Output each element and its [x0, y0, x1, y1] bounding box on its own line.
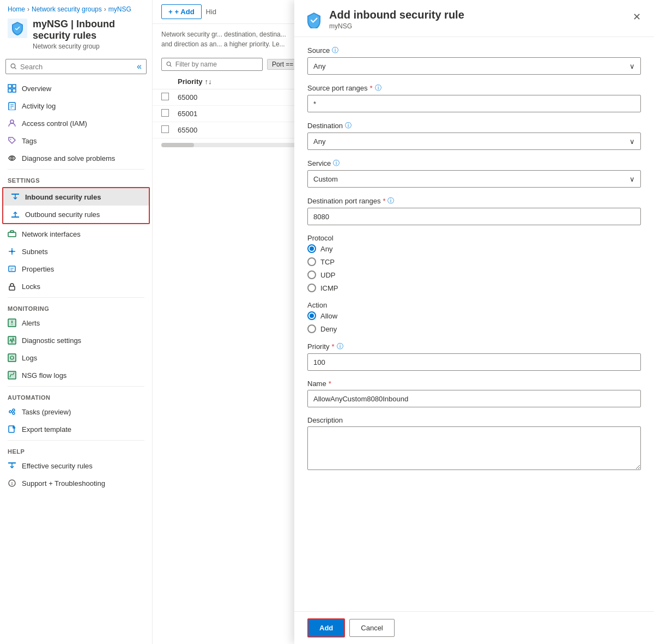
sidebar-item-diagnose-label: Diagnose and solve problems [22, 154, 115, 162]
protocol-tcp-radio[interactable] [307, 257, 316, 266]
sidebar-item-nsgflow[interactable]: NSG flow logs [0, 366, 152, 384]
panel-add-button[interactable]: Add [307, 618, 345, 637]
svg-point-36 [9, 411, 11, 413]
action-deny-radio[interactable] [307, 324, 316, 333]
sidebar-item-support-label: Support + Troubleshooting [22, 479, 105, 487]
destination-select[interactable]: Any ∨ [307, 133, 641, 150]
filter-input[interactable] [175, 61, 258, 68]
row-checkbox-2[interactable] [161, 125, 169, 133]
panel-footer: Add Cancel [294, 611, 654, 644]
dest-port-label: Destination port ranges * ⓘ [307, 196, 641, 206]
action-allow-radio[interactable] [307, 311, 316, 320]
search-input[interactable] [20, 63, 134, 71]
source-port-label: Source port ranges * ⓘ [307, 83, 641, 93]
priority-label: Priority * ⓘ [307, 342, 641, 351]
protocol-any[interactable]: Any [307, 244, 641, 253]
protocol-icmp-radio[interactable] [307, 284, 316, 292]
panel-title-text-block: Add inbound security rule myNSG [329, 9, 464, 30]
svg-point-20 [11, 250, 13, 252]
sidebar-item-tags[interactable]: Tags [0, 132, 152, 149]
breadcrumb-nsg[interactable]: Network security groups [32, 5, 102, 13]
sidebar-item-logs[interactable]: Logs [0, 349, 152, 366]
add-rule-panel: Add inbound security rule myNSG ✕ Source… [294, 0, 654, 644]
svg-rect-16 [11, 216, 19, 218]
breadcrumb-home[interactable]: Home [8, 5, 25, 13]
protocol-icmp[interactable]: ICMP [307, 284, 641, 292]
svg-point-38 [13, 412, 15, 414]
sidebar-item-outbound[interactable]: Outbound security rules [3, 206, 149, 223]
sidebar-item-iam[interactable]: Access control (IAM) [0, 115, 152, 132]
dest-port-required: * [383, 197, 385, 205]
breadcrumb-resource[interactable]: myNSG [108, 5, 131, 13]
sidebar-item-diagnostic[interactable]: Diagnostic settings [0, 332, 152, 349]
protocol-udp-radio[interactable] [307, 270, 316, 279]
sidebar-item-subnets[interactable]: Subnets [0, 243, 152, 260]
svg-point-11 [10, 120, 14, 123]
action-deny[interactable]: Deny [307, 324, 641, 333]
sidebar-item-diagnose[interactable]: Diagnose and solve problems [0, 149, 152, 167]
sidebar-item-alerts[interactable]: Alerts [0, 314, 152, 332]
search-box[interactable]: « [5, 59, 147, 74]
sidebar-item-locks[interactable]: Locks [0, 278, 152, 295]
scrollbar-thumb[interactable] [161, 143, 194, 147]
add-button[interactable]: + + Add [161, 4, 202, 19]
sidebar-item-support[interactable]: Support + Troubleshooting [0, 474, 152, 492]
protocol-tcp[interactable]: TCP [307, 257, 641, 266]
form-group-service: Service ⓘ Custom ∨ [307, 159, 641, 188]
source-port-info-icon[interactable]: ⓘ [375, 83, 382, 93]
overview-icon [8, 84, 16, 93]
priority-info-icon[interactable]: ⓘ [337, 342, 343, 351]
source-info-icon[interactable]: ⓘ [332, 46, 338, 55]
source-port-input[interactable] [307, 95, 641, 112]
panel-cancel-button[interactable]: Cancel [349, 619, 394, 637]
dest-port-info-icon[interactable]: ⓘ [387, 196, 394, 206]
svg-rect-24 [9, 286, 15, 290]
sidebar-item-effective[interactable]: Effective security rules [0, 457, 152, 474]
tags-icon [8, 136, 16, 145]
protocol-radio-group: Any TCP UDP ICMP [307, 244, 641, 292]
description-textarea[interactable] [307, 426, 641, 470]
page-title: myNSG | Inbound security rules [33, 19, 144, 41]
sidebar-item-export[interactable]: Export template [0, 420, 152, 438]
sidebar-item-effective-label: Effective security rules [22, 462, 93, 470]
panel-title-block: Add inbound security rule myNSG [305, 9, 464, 30]
sidebar-item-netinterface[interactable]: Network interfaces [0, 225, 152, 243]
service-value: Custom [313, 175, 338, 183]
sidebar-item-activity[interactable]: Activity log [0, 97, 152, 115]
priority-input[interactable] [307, 353, 641, 371]
sidebar-item-tasks[interactable]: Tasks (preview) [0, 403, 152, 420]
sidebar-item-overview[interactable]: Overview [0, 80, 152, 97]
properties-icon [8, 264, 16, 273]
service-select[interactable]: Custom ∨ [307, 170, 641, 188]
action-allow[interactable]: Allow [307, 311, 641, 320]
protocol-udp[interactable]: UDP [307, 270, 641, 279]
row-checkbox-0[interactable] [161, 93, 169, 100]
protocol-any-radio[interactable] [307, 244, 316, 253]
nav-general: Overview Activity log Access control (IA… [0, 80, 152, 167]
name-input[interactable] [307, 390, 641, 407]
svg-point-1 [11, 64, 15, 68]
row-checkbox-1[interactable] [161, 109, 169, 117]
svg-rect-4 [13, 85, 16, 88]
sidebar-item-inbound[interactable]: Inbound security rules [3, 188, 149, 206]
dest-port-input[interactable] [307, 208, 641, 225]
sidebar-item-inbound-label: Inbound security rules [25, 193, 101, 201]
iam-icon [8, 119, 16, 128]
service-info-icon[interactable]: ⓘ [333, 159, 340, 168]
monitoring-section-label: Monitoring [0, 300, 152, 314]
panel-shield-icon [305, 11, 323, 28]
form-group-description: Description [307, 416, 641, 472]
inbound-icon [11, 192, 20, 201]
sidebar-item-properties[interactable]: Properties [0, 260, 152, 278]
svg-rect-34 [8, 371, 16, 379]
collapse-button[interactable]: « [137, 62, 142, 71]
filter-box[interactable] [161, 58, 263, 71]
destination-info-icon[interactable]: ⓘ [345, 121, 352, 130]
sort-icon: ↑↓ [205, 77, 212, 86]
sidebar-item-iam-label: Access control (IAM) [22, 119, 87, 128]
svg-point-13 [11, 157, 13, 159]
logs-icon [8, 353, 16, 362]
source-select[interactable]: Any ∨ [307, 57, 641, 75]
form-group-protocol: Protocol Any TCP UDP ICMP [307, 234, 641, 292]
panel-close-button[interactable]: ✕ [631, 9, 643, 25]
